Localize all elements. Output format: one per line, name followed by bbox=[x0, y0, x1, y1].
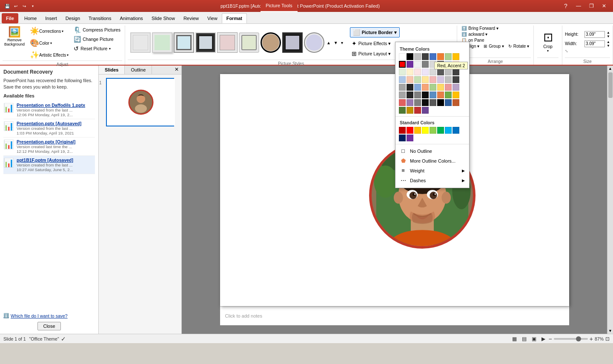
qat-customize-btn[interactable]: ▾ bbox=[29, 2, 37, 10]
tab-insert[interactable]: Insert bbox=[41, 13, 61, 23]
view-normal-btn[interactable]: ▦ bbox=[510, 335, 518, 342]
view-reading-btn[interactable]: ▣ bbox=[530, 335, 538, 342]
tc-r3c5[interactable] bbox=[399, 76, 406, 83]
height-up-btn[interactable]: ▲ bbox=[607, 31, 610, 34]
tc-r6c2[interactable] bbox=[422, 99, 429, 106]
sc-6[interactable] bbox=[437, 127, 444, 134]
theme-checkmark[interactable]: ✓ bbox=[61, 335, 66, 342]
zoom-out-btn[interactable]: − bbox=[549, 335, 552, 342]
tc-r4c10[interactable] bbox=[453, 84, 459, 91]
tc-r3c7[interactable] bbox=[414, 76, 421, 83]
tc-r4c5[interactable] bbox=[414, 84, 421, 91]
color-white[interactable] bbox=[399, 53, 406, 60]
height-input[interactable] bbox=[584, 31, 605, 38]
styles-scroll-up[interactable]: ▲ bbox=[326, 40, 332, 46]
corrections-dropdown-arrow[interactable]: ▾ bbox=[62, 29, 63, 33]
tab-transitions[interactable]: Transitions bbox=[84, 13, 115, 23]
remove-background-btn[interactable]: 🖼️ Remove Background bbox=[3, 26, 26, 48]
tab-review[interactable]: Review bbox=[179, 13, 203, 23]
sc-2[interactable] bbox=[407, 127, 413, 134]
crop-dropdown-arrow[interactable]: ▾ bbox=[547, 49, 549, 53]
fit-window-btn[interactable]: ⊡ bbox=[605, 336, 610, 342]
vertical-scrollbar[interactable]: ▲ ▼ bbox=[607, 66, 613, 334]
tc-r5c3[interactable] bbox=[414, 92, 421, 98]
artistic-effects-btn[interactable]: ✨ Artistic Effects ▾ bbox=[28, 49, 70, 60]
recovery-file-3[interactable]: 📊 Presentation.pptx [Original] Version c… bbox=[3, 138, 95, 156]
styles-more-btn[interactable]: ▾ bbox=[340, 40, 344, 46]
sc-8[interactable] bbox=[453, 127, 459, 134]
tc-r4c6[interactable] bbox=[422, 84, 429, 91]
tc-r5c4[interactable] bbox=[422, 92, 429, 98]
recovery-file-4[interactable]: 📊 ppt1B1F.pptm [Autosaved] Version creat… bbox=[3, 156, 95, 174]
reset-dropdown-arrow[interactable]: ▾ bbox=[109, 47, 111, 51]
color-blue1[interactable] bbox=[430, 53, 436, 60]
tc-r2c8[interactable] bbox=[407, 69, 413, 75]
tc-r2c7[interactable] bbox=[399, 69, 406, 75]
reset-picture-btn[interactable]: ↺ Reset Picture ▾ bbox=[72, 44, 122, 53]
zoom-in-btn[interactable]: + bbox=[590, 335, 593, 342]
tc-r4c4[interactable] bbox=[407, 84, 413, 91]
tc-r5c8[interactable] bbox=[453, 92, 459, 98]
tc-r5c1[interactable] bbox=[399, 92, 406, 98]
close-btn[interactable]: ✕ bbox=[599, 2, 610, 10]
style-thumb-4[interactable] bbox=[195, 32, 216, 53]
tc-r6c5[interactable] bbox=[445, 99, 452, 106]
tc-r2c9[interactable] bbox=[414, 69, 421, 75]
tc-r5c2[interactable] bbox=[407, 92, 413, 98]
corrections-btn[interactable]: ☀️ Corrections ▾ bbox=[28, 26, 70, 37]
change-picture-btn[interactable]: 🔄 Change Picture bbox=[72, 35, 122, 43]
tc-r6c10[interactable] bbox=[422, 107, 429, 114]
tc-r5c9[interactable] bbox=[399, 99, 406, 106]
style-thumb-6[interactable] bbox=[239, 32, 259, 53]
tab-format[interactable]: Format bbox=[222, 13, 247, 23]
picture-layout-btn[interactable]: ⊞ Picture Layout ▾ bbox=[350, 49, 400, 58]
style-thumb-7[interactable] bbox=[261, 32, 281, 53]
tc-r4c1[interactable] bbox=[445, 76, 452, 83]
recovery-file-1[interactable]: 📊 Presentation on Daffodils 1.pptx Versi… bbox=[3, 101, 95, 119]
tc-r4c2[interactable] bbox=[453, 76, 459, 83]
color-gray1[interactable] bbox=[414, 53, 421, 60]
color-orange1[interactable] bbox=[437, 53, 444, 60]
tc-r4c8[interactable] bbox=[437, 84, 444, 91]
tc-r3c3[interactable] bbox=[445, 69, 452, 75]
scroll-thumb[interactable] bbox=[608, 72, 613, 98]
tc-r3c6[interactable] bbox=[407, 76, 413, 83]
color-btn[interactable]: 🎨 Color ▾ bbox=[28, 37, 70, 49]
slide-canvas[interactable] bbox=[220, 74, 569, 306]
dashes-item[interactable]: ⋯ Dashes ▶ bbox=[395, 175, 469, 185]
no-outline-item[interactable]: □ No Outline bbox=[395, 146, 469, 156]
tc-r2c5[interactable] bbox=[445, 61, 452, 68]
tc-r5c7[interactable] bbox=[445, 92, 452, 98]
view-slideshow-btn[interactable]: ▶ bbox=[540, 335, 547, 342]
recovery-file-2[interactable]: 📊 Presentation.pptx [Autosaved] Version … bbox=[3, 119, 95, 138]
compress-pictures-btn[interactable]: 🗜️ Compress Pictures bbox=[72, 26, 122, 34]
color-purple1[interactable] bbox=[407, 61, 413, 68]
tc-r5c5[interactable] bbox=[430, 92, 436, 98]
color-green1[interactable] bbox=[445, 53, 452, 60]
color-red1[interactable] bbox=[399, 61, 406, 68]
scroll-down-btn[interactable]: ▼ bbox=[607, 328, 613, 334]
tc-r4c9[interactable] bbox=[445, 84, 452, 91]
save-qat-btn[interactable]: 💾 bbox=[3, 2, 11, 10]
tc-r2c1[interactable] bbox=[414, 61, 421, 68]
zoom-slider[interactable] bbox=[554, 338, 588, 340]
rotate-btn[interactable]: ↻ Rotate ▾ bbox=[507, 43, 531, 49]
tc-r3c8[interactable] bbox=[422, 76, 429, 83]
tc-r6c4[interactable] bbox=[437, 99, 444, 106]
height-down-btn[interactable]: ▼ bbox=[607, 34, 610, 38]
sc-5[interactable] bbox=[430, 127, 436, 134]
width-down-btn[interactable]: ▼ bbox=[607, 44, 610, 48]
color-dropdown-arrow[interactable]: ▾ bbox=[50, 41, 52, 45]
outline-tab[interactable]: Outline bbox=[125, 66, 152, 74]
size-dialog-launcher[interactable]: ⤡ bbox=[565, 49, 568, 53]
send-backward-btn[interactable]: ⬇️ ackward ▾ bbox=[460, 32, 489, 37]
tc-r6c3[interactable] bbox=[430, 99, 436, 106]
tc-r2c10[interactable] bbox=[422, 69, 429, 75]
weight-item[interactable]: ≡ Weight ▶ bbox=[395, 166, 469, 175]
slide-thumbnail-1[interactable]: 1 bbox=[106, 78, 174, 126]
tc-r4c3[interactable] bbox=[399, 84, 406, 91]
tab-design[interactable]: Design bbox=[61, 13, 84, 23]
style-thumb-1[interactable] bbox=[130, 32, 151, 53]
close-slides-panel-btn[interactable]: ✕ bbox=[172, 66, 181, 74]
tc-r6c7[interactable] bbox=[399, 107, 406, 114]
